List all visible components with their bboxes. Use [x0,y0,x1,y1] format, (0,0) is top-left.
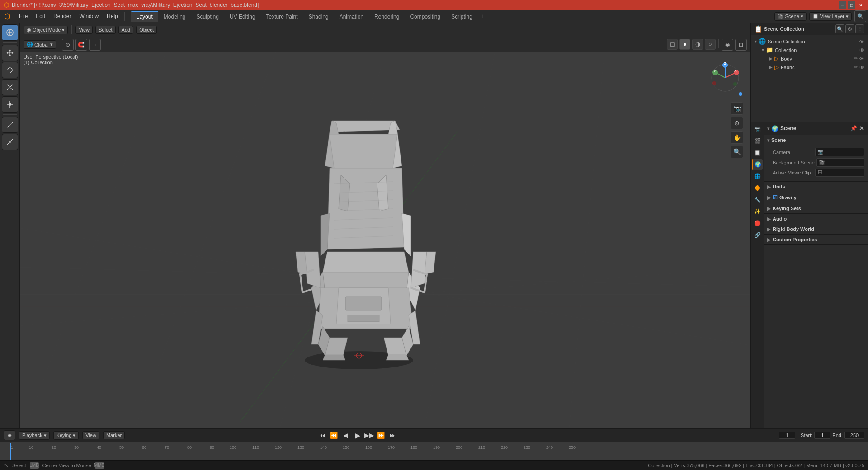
current-frame-field[interactable]: 1 [779,432,795,439]
jump-back-keyframe-button[interactable]: ⏪ [329,430,339,440]
focus-button[interactable]: ⊙ [731,117,743,129]
tab-animation[interactable]: Animation [334,11,369,22]
outliner-item-collection[interactable]: ▾ 📁 Collection 👁 [758,46,868,54]
tab-rendering[interactable]: Rendering [369,11,405,22]
camera-value[interactable]: 📷 [815,148,864,156]
viewport[interactable]: ◉ Object Mode ▾ View Select Add Object 🌐… [20,23,750,443]
play-button[interactable]: ▶ [353,430,363,440]
tab-shading[interactable]: Shading [303,11,334,22]
rotate-tool-button[interactable] [2,62,18,78]
scene-section-rigid-body-header[interactable]: ▶ Rigid Body World [764,224,868,234]
move-tool-button[interactable] [2,45,18,61]
scene-section-keying-header[interactable]: ▶ Keying Sets [764,203,868,213]
minimize-button[interactable]: ─ [839,1,846,9]
object-menu[interactable]: Object [136,26,157,34]
tab-layout[interactable]: Layout [131,11,158,22]
particle-props-icon[interactable]: ✨ [752,206,763,217]
scene-panel-close[interactable]: ✕ [859,125,864,132]
tab-modeling[interactable]: Modeling [158,11,191,22]
keying-menu[interactable]: Keying ▾ [53,431,79,440]
fabric-edit-icon[interactable]: ✏ [854,64,858,70]
outliner-settings-button[interactable]: ⚙ [845,24,854,33]
outliner-collapse-button[interactable]: ⋮ [855,24,864,33]
pan-button[interactable]: ✋ [731,131,743,144]
navigation-gizmo[interactable]: X Y Z [707,60,743,96]
scene-section-gravity-header[interactable]: ▶ ☑ Gravity [764,192,868,203]
measure-tool-button[interactable] [2,134,18,150]
timeline-ruler[interactable]: 1 10 20 30 40 50 60 70 80 90 100 110 120… [0,442,868,461]
layer-selector[interactable]: 🔲 View Layer ▾ [809,12,852,21]
rendered-button[interactable]: ○ [705,39,716,50]
snap-button[interactable]: 🧲 [75,39,87,51]
body-visibility[interactable]: 👁 [859,56,864,61]
background-scene-value[interactable]: 🎬 [816,158,864,167]
help-menu[interactable]: Help [103,12,122,20]
wireframe-button[interactable]: ◻ [667,39,678,50]
visibility-eye[interactable]: 👁 [859,39,864,44]
maximize-button[interactable]: □ [848,1,855,9]
viewport-overlay-button[interactable]: ◉ [722,39,733,51]
physics-props-icon[interactable]: 🔴 [752,218,763,229]
add-workspace-button[interactable]: + [478,11,488,21]
select-menu[interactable]: Select [95,26,116,34]
world-props-icon[interactable]: 🌐 [752,171,763,182]
scene-selector[interactable]: 🎬 Scene ▾ [774,12,807,21]
edit-menu[interactable]: Edit [32,12,49,20]
scene-section-audio-header[interactable]: ▶ Audio [764,214,868,224]
step-forward-button[interactable]: ▶▶ [364,430,374,440]
search-button[interactable]: 🔍 [854,10,866,22]
body-edit-icon[interactable]: ✏ [854,56,858,61]
scene-section-custom-props-header[interactable]: ▶ Custom Properties [764,235,868,244]
outliner-item-body[interactable]: ▶ ▷ Body ✏ 👁 [765,54,868,63]
playback-menu[interactable]: Playback ▾ [19,431,50,440]
modifier-props-icon[interactable]: 🔧 [752,194,763,205]
select-tool-button[interactable] [2,24,18,41]
tab-texture-paint[interactable]: Texture Paint [261,11,303,22]
jump-forward-keyframe-button[interactable]: ⏩ [376,430,386,440]
scene-props-icon active[interactable]: 🌍 [752,159,763,170]
jump-end-button[interactable]: ⏭ [388,430,398,440]
xray-button[interactable]: ⊡ [735,39,747,51]
fabric-visibility[interactable]: 👁 [859,65,864,70]
object-props-icon[interactable]: 🔶 [752,183,763,193]
output-props-icon[interactable]: 🎬 [752,136,763,146]
start-frame-field[interactable]: 1 [814,432,830,439]
end-frame-field[interactable]: 250 [844,432,864,439]
add-menu[interactable]: Add [118,26,134,34]
tab-compositing[interactable]: Compositing [405,11,446,22]
material-button[interactable]: ◑ [692,39,703,50]
annotate-tool-button[interactable] [2,117,18,133]
scale-tool-button[interactable] [2,79,18,95]
window-menu[interactable]: Window [75,12,102,20]
outliner-item-scene-collection[interactable]: ▾ 🌐 Scene Collection 👁 [751,37,868,46]
tab-uv-editing[interactable]: UV Editing [224,11,261,22]
view-layer-props-icon[interactable]: 🔲 [752,147,763,158]
view-menu[interactable]: View [75,26,93,34]
close-button[interactable]: ✕ [857,1,864,9]
scene-section-scene-header[interactable]: ▾ Scene [764,135,868,145]
file-menu[interactable]: File [15,12,31,20]
gravity-checkbox[interactable]: ☑ [773,194,778,201]
scene-pin-button[interactable]: 📌 [850,125,857,132]
tab-sculpting[interactable]: Sculpting [191,11,224,22]
proportional-button[interactable]: ○ [89,39,101,51]
camera-view-button[interactable]: 📷 [731,102,743,115]
collection-visibility[interactable]: 👁 [859,47,864,53]
render-menu[interactable]: Render [50,12,75,20]
scene-section-units-header[interactable]: ▶ Units [764,182,868,192]
persp-dot[interactable] [739,92,742,96]
active-movie-clip-value[interactable]: 🎞 [815,169,864,177]
transform-tool-button[interactable] [2,96,18,113]
outliner-filter-button[interactable]: 🔍 [835,24,844,33]
mode-selector[interactable]: ◉ Object Mode ▾ [24,26,68,34]
marker-menu[interactable]: Marker [103,431,125,439]
jump-start-button[interactable]: ⏮ [317,430,327,440]
step-back-button[interactable]: ◀ [341,430,351,440]
zoom-button[interactable]: 🔍 [731,146,743,158]
constraint-props-icon[interactable]: 🔗 [752,230,763,240]
pivot-point-button[interactable]: ⊙ [62,39,74,51]
viewport-global-selector[interactable]: 🌐 Global ▾ [24,40,56,49]
timeline-view-menu[interactable]: View [82,431,99,439]
outliner-item-fabric[interactable]: ▶ ▷ Fabric ✏ 👁 [765,63,868,71]
timeline-menu-icon[interactable]: ⊕ [4,430,15,440]
